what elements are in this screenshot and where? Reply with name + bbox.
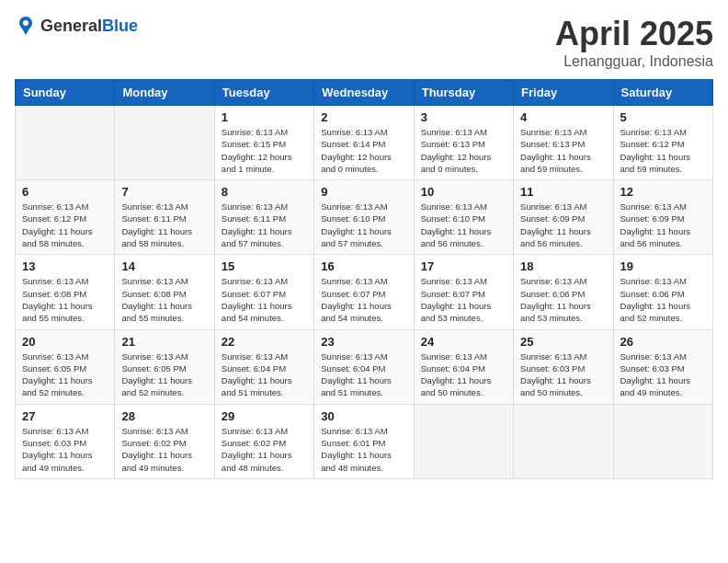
day-info: Sunrise: 6:13 AM Sunset: 6:11 PM Dayligh… (121, 201, 207, 249)
day-number: 12 (620, 185, 706, 199)
calendar-day-cell (414, 404, 513, 478)
day-of-week-header: Sunday (16, 80, 115, 106)
calendar-day-cell: 9Sunrise: 6:13 AM Sunset: 6:10 PM Daylig… (314, 180, 414, 255)
day-number: 2 (321, 110, 406, 124)
day-info: Sunrise: 6:13 AM Sunset: 6:09 PM Dayligh… (620, 201, 706, 249)
day-info: Sunrise: 6:13 AM Sunset: 6:09 PM Dayligh… (520, 201, 606, 249)
day-of-week-header: Tuesday (214, 80, 313, 106)
calendar-day-cell: 18Sunrise: 6:13 AM Sunset: 6:06 PM Dayli… (514, 255, 613, 329)
month-year-title: April 2025 (555, 15, 713, 53)
day-number: 11 (520, 185, 606, 199)
day-info: Sunrise: 6:13 AM Sunset: 6:04 PM Dayligh… (421, 350, 506, 399)
calendar-day-cell: 3Sunrise: 6:13 AM Sunset: 6:13 PM Daylig… (414, 106, 513, 180)
calendar-week-row: 13Sunrise: 6:13 AM Sunset: 6:08 PM Dayli… (16, 255, 713, 329)
day-number: 16 (321, 259, 406, 273)
day-of-week-header: Wednesday (314, 80, 414, 106)
day-number: 27 (22, 409, 108, 423)
calendar-day-cell (115, 106, 214, 180)
calendar-day-cell: 23Sunrise: 6:13 AM Sunset: 6:04 PM Dayli… (314, 329, 414, 404)
day-number: 13 (22, 259, 108, 273)
logo-general-text: General (40, 17, 102, 35)
day-number: 22 (222, 335, 307, 349)
day-number: 24 (421, 335, 506, 349)
calendar-week-row: 20Sunrise: 6:13 AM Sunset: 6:05 PM Dayli… (16, 329, 713, 404)
day-info: Sunrise: 6:13 AM Sunset: 6:08 PM Dayligh… (22, 275, 108, 324)
day-number: 30 (321, 409, 406, 423)
calendar-day-cell: 20Sunrise: 6:13 AM Sunset: 6:05 PM Dayli… (16, 329, 115, 404)
day-number: 7 (121, 185, 207, 199)
calendar-day-cell: 17Sunrise: 6:13 AM Sunset: 6:07 PM Dayli… (414, 255, 513, 329)
calendar-day-cell: 5Sunrise: 6:13 AM Sunset: 6:12 PM Daylig… (613, 106, 712, 180)
calendar-day-cell: 2Sunrise: 6:13 AM Sunset: 6:14 PM Daylig… (314, 106, 414, 180)
day-info: Sunrise: 6:13 AM Sunset: 6:06 PM Dayligh… (620, 275, 706, 324)
day-number: 5 (620, 110, 706, 124)
day-info: Sunrise: 6:13 AM Sunset: 6:05 PM Dayligh… (22, 350, 108, 399)
day-number: 21 (121, 335, 207, 349)
calendar-day-cell: 30Sunrise: 6:13 AM Sunset: 6:01 PM Dayli… (314, 404, 414, 478)
day-info: Sunrise: 6:13 AM Sunset: 6:13 PM Dayligh… (520, 126, 606, 175)
calendar-day-cell: 8Sunrise: 6:13 AM Sunset: 6:11 PM Daylig… (214, 180, 313, 255)
calendar-day-cell: 21Sunrise: 6:13 AM Sunset: 6:05 PM Dayli… (115, 329, 214, 404)
day-info: Sunrise: 6:13 AM Sunset: 6:06 PM Dayligh… (520, 275, 606, 324)
day-number: 26 (620, 335, 706, 349)
calendar-day-cell: 22Sunrise: 6:13 AM Sunset: 6:04 PM Dayli… (214, 329, 313, 404)
calendar-day-cell: 24Sunrise: 6:13 AM Sunset: 6:04 PM Dayli… (414, 329, 513, 404)
day-info: Sunrise: 6:13 AM Sunset: 6:01 PM Dayligh… (321, 425, 406, 474)
day-info: Sunrise: 6:13 AM Sunset: 6:04 PM Dayligh… (321, 350, 406, 399)
day-number: 6 (22, 185, 108, 199)
day-info: Sunrise: 6:13 AM Sunset: 6:12 PM Dayligh… (22, 201, 108, 249)
day-number: 1 (222, 110, 307, 124)
logo-blue-text: Blue (102, 17, 138, 35)
calendar-week-row: 27Sunrise: 6:13 AM Sunset: 6:03 PM Dayli… (16, 404, 713, 478)
day-info: Sunrise: 6:13 AM Sunset: 6:08 PM Dayligh… (121, 275, 207, 324)
calendar-day-cell: 26Sunrise: 6:13 AM Sunset: 6:03 PM Dayli… (613, 329, 712, 404)
calendar-day-cell: 13Sunrise: 6:13 AM Sunset: 6:08 PM Dayli… (16, 255, 115, 329)
calendar-body: 1Sunrise: 6:13 AM Sunset: 6:15 PM Daylig… (16, 106, 713, 479)
calendar-week-row: 1Sunrise: 6:13 AM Sunset: 6:15 PM Daylig… (16, 106, 713, 180)
calendar-day-cell: 14Sunrise: 6:13 AM Sunset: 6:08 PM Dayli… (115, 255, 214, 329)
logo-icon (15, 15, 37, 37)
header: GeneralBlue April 2025 Lenangguar, Indon… (15, 15, 713, 70)
day-number: 15 (222, 259, 307, 273)
day-of-week-header: Thursday (414, 80, 513, 106)
day-info: Sunrise: 6:13 AM Sunset: 6:07 PM Dayligh… (222, 275, 307, 324)
calendar-day-cell: 16Sunrise: 6:13 AM Sunset: 6:07 PM Dayli… (314, 255, 414, 329)
day-number: 19 (620, 259, 706, 273)
day-number: 17 (421, 259, 506, 273)
location-subtitle: Lenangguar, Indonesia (555, 53, 713, 70)
day-number: 10 (421, 185, 506, 199)
calendar-day-cell: 7Sunrise: 6:13 AM Sunset: 6:11 PM Daylig… (115, 180, 214, 255)
calendar-day-cell: 25Sunrise: 6:13 AM Sunset: 6:03 PM Dayli… (514, 329, 613, 404)
calendar-day-cell: 10Sunrise: 6:13 AM Sunset: 6:10 PM Dayli… (414, 180, 513, 255)
day-info: Sunrise: 6:13 AM Sunset: 6:02 PM Dayligh… (222, 425, 307, 474)
logo: GeneralBlue (15, 15, 138, 37)
day-info: Sunrise: 6:13 AM Sunset: 6:12 PM Dayligh… (620, 126, 706, 175)
calendar-day-cell: 4Sunrise: 6:13 AM Sunset: 6:13 PM Daylig… (514, 106, 613, 180)
calendar-day-cell: 29Sunrise: 6:13 AM Sunset: 6:02 PM Dayli… (214, 404, 313, 478)
calendar-day-cell: 12Sunrise: 6:13 AM Sunset: 6:09 PM Dayli… (613, 180, 712, 255)
day-info: Sunrise: 6:13 AM Sunset: 6:04 PM Dayligh… (222, 350, 307, 399)
calendar-week-row: 6Sunrise: 6:13 AM Sunset: 6:12 PM Daylig… (16, 180, 713, 255)
day-info: Sunrise: 6:13 AM Sunset: 6:02 PM Dayligh… (121, 425, 207, 474)
day-info: Sunrise: 6:13 AM Sunset: 6:05 PM Dayligh… (121, 350, 207, 399)
day-info: Sunrise: 6:13 AM Sunset: 6:15 PM Dayligh… (222, 126, 307, 175)
calendar-day-cell: 15Sunrise: 6:13 AM Sunset: 6:07 PM Dayli… (214, 255, 313, 329)
day-number: 28 (121, 409, 207, 423)
day-info: Sunrise: 6:13 AM Sunset: 6:10 PM Dayligh… (421, 201, 506, 249)
calendar-table: SundayMondayTuesdayWednesdayThursdayFrid… (15, 79, 713, 479)
svg-point-0 (23, 20, 28, 26)
calendar-day-cell: 19Sunrise: 6:13 AM Sunset: 6:06 PM Dayli… (613, 255, 712, 329)
day-info: Sunrise: 6:13 AM Sunset: 6:07 PM Dayligh… (421, 275, 506, 324)
calendar-day-cell: 6Sunrise: 6:13 AM Sunset: 6:12 PM Daylig… (16, 180, 115, 255)
calendar-day-cell: 28Sunrise: 6:13 AM Sunset: 6:02 PM Dayli… (115, 404, 214, 478)
day-of-week-header: Friday (514, 80, 613, 106)
day-info: Sunrise: 6:13 AM Sunset: 6:03 PM Dayligh… (620, 350, 706, 399)
day-number: 25 (520, 335, 606, 349)
day-of-week-header: Monday (115, 80, 214, 106)
day-info: Sunrise: 6:13 AM Sunset: 6:10 PM Dayligh… (321, 201, 406, 249)
day-number: 29 (222, 409, 307, 423)
day-number: 18 (520, 259, 606, 273)
day-info: Sunrise: 6:13 AM Sunset: 6:11 PM Dayligh… (222, 201, 307, 249)
day-info: Sunrise: 6:13 AM Sunset: 6:03 PM Dayligh… (22, 425, 108, 474)
day-number: 23 (321, 335, 406, 349)
